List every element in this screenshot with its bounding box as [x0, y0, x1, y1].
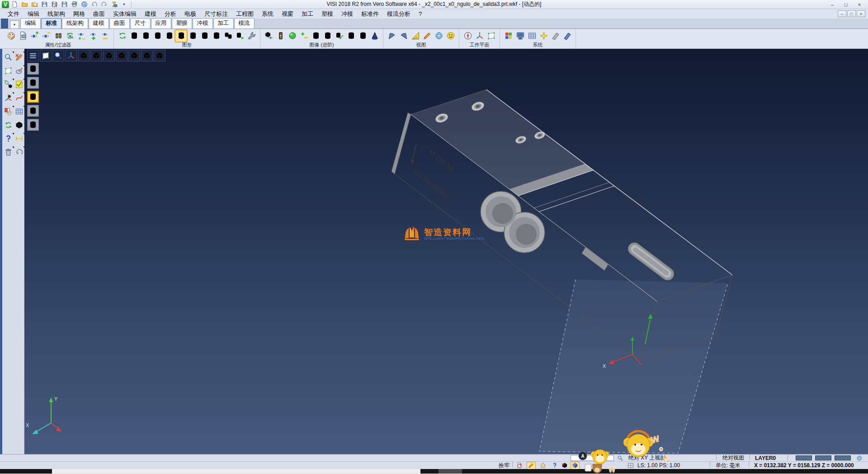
- open-file-button[interactable]: [20, 0, 29, 8]
- menu-item-file[interactable]: 文件: [4, 9, 24, 19]
- hatched-view-icon[interactable]: [211, 30, 222, 42]
- navy-cone-icon[interactable]: [369, 30, 380, 42]
- layer-color-swatch-2[interactable]: [815, 455, 831, 460]
- white-cylinder-icon[interactable]: [322, 30, 333, 42]
- cube-top-view-icon[interactable]: [78, 50, 90, 62]
- taskbar-segment-2[interactable]: [439, 469, 462, 474]
- menu-item-machining[interactable]: 加工: [297, 9, 317, 19]
- fan-view2-icon[interactable]: [398, 30, 409, 42]
- verify-cylinder-icon[interactable]: [334, 30, 345, 42]
- plus-minus-icon[interactable]: [298, 30, 310, 42]
- menu-item-progress[interactable]: 冲模: [337, 9, 357, 19]
- view-type-label[interactable]: 绝对视图: [722, 455, 744, 461]
- tab-modeling[interactable]: 建模: [89, 18, 109, 28]
- menu-item-electrode[interactable]: 电极: [180, 9, 200, 19]
- save-all-button[interactable]: [60, 0, 69, 8]
- flat-view-icon[interactable]: [199, 30, 210, 42]
- globe-status-icon[interactable]: [855, 455, 863, 461]
- toggle-visibility-icon[interactable]: [76, 30, 87, 42]
- menu-item-help[interactable]: ?: [415, 9, 426, 18]
- help-status-icon[interactable]: [551, 462, 559, 469]
- plane-icon[interactable]: [486, 30, 497, 42]
- new-file-button[interactable]: [10, 0, 19, 8]
- tab-wireframe[interactable]: 线架构: [62, 18, 88, 28]
- cube-back-view-icon[interactable]: [128, 50, 140, 62]
- ruler-icon[interactable]: [410, 30, 421, 42]
- child-restore-button[interactable]: □: [847, 10, 856, 17]
- dashed-hidden-view-icon[interactable]: [152, 30, 163, 42]
- visibility-filter-icon[interactable]: [52, 30, 64, 42]
- minimize-button[interactable]: –: [826, 0, 839, 8]
- sketch-curve-icon[interactable]: [14, 66, 24, 76]
- zoom-scale-icon[interactable]: [4, 80, 13, 89]
- plane-view-icon[interactable]: [40, 50, 52, 62]
- shaded-mode-icon[interactable]: [27, 91, 39, 103]
- sparkle-icon[interactable]: [538, 30, 549, 42]
- monitor-icon[interactable]: [514, 30, 526, 42]
- tab-progress[interactable]: 冲模: [193, 18, 213, 28]
- triad-icon[interactable]: [474, 30, 485, 42]
- pencil-icon[interactable]: [421, 30, 433, 42]
- compare-view-icon[interactable]: [222, 30, 234, 42]
- menu-item-edit[interactable]: 编辑: [24, 9, 43, 19]
- shaded-cylinder-icon[interactable]: [310, 30, 321, 42]
- undo-button[interactable]: [90, 0, 99, 8]
- menu-item-window[interactable]: 视窗: [278, 9, 297, 19]
- lock-toggle-label[interactable]: 拴牢: [499, 462, 509, 469]
- transparent-view-icon[interactable]: [187, 30, 198, 42]
- show-entities-icon[interactable]: [29, 30, 40, 42]
- wireframe-mode-icon[interactable]: [27, 63, 39, 75]
- menu-item-mesh[interactable]: 网格: [69, 9, 89, 19]
- child-close-button[interactable]: ×: [857, 10, 865, 17]
- smiley-icon[interactable]: [445, 30, 456, 42]
- shaded-edges-view-icon[interactable]: [175, 30, 187, 42]
- menu-item-system[interactable]: 系统: [258, 9, 278, 19]
- wireframe-view-icon[interactable]: [128, 30, 140, 42]
- print-button[interactable]: [70, 0, 79, 8]
- save-as-button[interactable]: [50, 0, 59, 8]
- measure-distance-icon[interactable]: [14, 134, 24, 143]
- zoom-view-icon[interactable]: [52, 50, 64, 62]
- ramp-gray-icon[interactable]: [550, 30, 561, 42]
- zoom-select-icon[interactable]: [4, 52, 13, 62]
- spline-icon[interactable]: [14, 93, 24, 103]
- layer-label[interactable]: LAYER0: [755, 455, 776, 461]
- history-button[interactable]: [110, 0, 118, 8]
- tab-machining[interactable]: 加工: [213, 18, 234, 28]
- render-sphere-icon[interactable]: [287, 30, 298, 42]
- grid-blue-icon[interactable]: [14, 107, 24, 116]
- solid-cube-icon[interactable]: [14, 120, 24, 130]
- hatched-mode-icon[interactable]: [27, 119, 39, 131]
- tab-flow[interactable]: 模流: [234, 18, 255, 28]
- frame-select-icon[interactable]: [4, 66, 13, 76]
- ramp-blue-icon[interactable]: [561, 30, 573, 42]
- highlight-wand-icon[interactable]: [527, 462, 535, 469]
- refresh-graphics-icon[interactable]: [117, 30, 128, 42]
- menu-item-dimension[interactable]: 尺寸标注: [200, 9, 232, 19]
- view-menu-icon[interactable]: [27, 50, 39, 62]
- shaded-view-icon[interactable]: [164, 30, 175, 42]
- cube-left-view-icon[interactable]: [116, 50, 127, 62]
- modify-attributes-icon[interactable]: [5, 30, 17, 42]
- cube-front-view-icon[interactable]: [141, 50, 153, 62]
- package-icon[interactable]: [561, 462, 569, 469]
- menu-item-standard-parts[interactable]: 标准件: [357, 9, 383, 19]
- qat-dropdown-button[interactable]: ▼: [120, 0, 128, 8]
- close-button[interactable]: ×: [853, 0, 866, 8]
- print-preview-button[interactable]: [80, 0, 89, 8]
- image-capture-icon[interactable]: [17, 30, 28, 42]
- menu-item-surface[interactable]: 曲面: [89, 9, 109, 19]
- tab-mould[interactable]: 塑膜: [172, 18, 192, 28]
- axis-view-icon[interactable]: [65, 50, 77, 62]
- flat-mode-icon[interactable]: [27, 105, 39, 117]
- menu-item-analysis[interactable]: 分析: [160, 9, 180, 19]
- dynamic-view-icon[interactable]: [263, 30, 274, 42]
- cube-right-view-icon[interactable]: [103, 50, 115, 62]
- erase-pencil-icon[interactable]: [14, 52, 24, 62]
- viewport-3d[interactable]: M 250 kg. S/N 00000000 X Y X: [24, 49, 868, 454]
- regen-refresh-icon[interactable]: [4, 120, 13, 130]
- save-button[interactable]: [40, 0, 49, 8]
- redraw-eye-icon[interactable]: [64, 30, 75, 42]
- delete-trash-icon[interactable]: [4, 147, 13, 157]
- hidden-line-view-icon[interactable]: [140, 30, 151, 42]
